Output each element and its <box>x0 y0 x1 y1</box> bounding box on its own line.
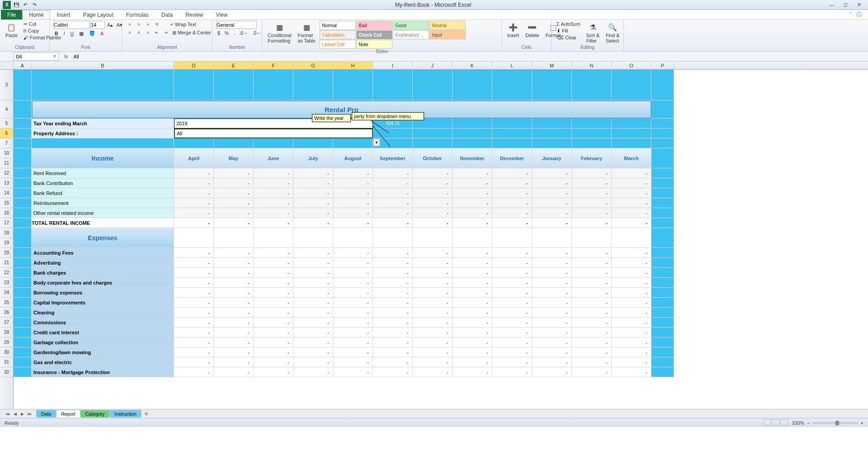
expense-cell[interactable]: - <box>453 318 492 328</box>
style-input[interactable]: Input <box>429 30 466 39</box>
font-size-select[interactable] <box>90 21 105 29</box>
conditional-formatting-button[interactable]: ▦Conditional Formatting <box>266 21 293 44</box>
expense-cell[interactable]: - <box>373 337 413 347</box>
expense-cell[interactable]: - <box>333 308 373 318</box>
income-cell[interactable]: - <box>572 188 612 198</box>
expense-cell[interactable]: - <box>174 268 214 278</box>
expense-cell[interactable]: - <box>492 268 532 278</box>
expense-cell[interactable]: - <box>453 347 492 357</box>
col-header-J[interactable]: J <box>413 62 453 69</box>
expense-header-blank[interactable] <box>413 228 453 248</box>
insert-cells-button[interactable]: ➕Insert <box>505 21 521 39</box>
expense-cell[interactable]: - <box>373 268 413 278</box>
expense-cell[interactable]: - <box>413 288 453 298</box>
income-cell[interactable]: - <box>453 178 492 188</box>
income-cell[interactable]: - <box>254 188 293 198</box>
income-cell[interactable]: - <box>333 198 373 208</box>
tab-review[interactable]: Review <box>179 10 209 19</box>
expense-cell[interactable]: - <box>333 288 373 298</box>
expense-cell[interactable]: - <box>532 357 572 367</box>
tab-page-layout[interactable]: Page Layout <box>76 10 119 19</box>
expense-cell[interactable]: - <box>453 258 492 268</box>
tab-home[interactable]: Home <box>22 10 50 19</box>
expense-cell[interactable]: - <box>254 268 293 278</box>
expense-row-1[interactable]: Advertising <box>32 258 174 268</box>
expense-cell[interactable]: - <box>254 308 293 318</box>
col-header-I[interactable]: I <box>373 62 413 69</box>
income-cell[interactable]: - <box>293 188 333 198</box>
orientation-icon[interactable]: ⟲ <box>153 21 161 28</box>
expense-cell[interactable]: - <box>453 268 492 278</box>
expense-cell[interactable]: - <box>333 318 373 328</box>
expense-cell[interactable]: - <box>532 308 572 318</box>
property-dropdown-button[interactable]: ▼ <box>373 138 380 147</box>
maximize-button[interactable]: ◻ <box>839 1 852 9</box>
income-cell[interactable]: - <box>333 168 373 178</box>
income-cell[interactable]: - <box>174 198 214 208</box>
row-header-29[interactable]: 29 <box>0 337 13 347</box>
expense-cell[interactable]: - <box>612 357 651 367</box>
expense-cell[interactable]: - <box>612 298 651 308</box>
expense-header-blank[interactable] <box>214 228 254 248</box>
expense-cell[interactable]: - <box>492 318 532 328</box>
autosum-button[interactable]: Σ AutoSum <box>555 21 582 27</box>
total-income-cell[interactable]: - <box>612 218 651 228</box>
expense-cell[interactable]: - <box>293 268 333 278</box>
expense-cell[interactable]: - <box>532 347 572 357</box>
expense-cell[interactable]: - <box>572 347 612 357</box>
expense-cell[interactable]: - <box>174 258 214 268</box>
style-normal[interactable]: Normal <box>320 21 356 30</box>
expense-cell[interactable]: - <box>453 298 492 308</box>
expense-cell[interactable]: - <box>532 268 572 278</box>
row-header-20[interactable]: 20 <box>0 248 13 258</box>
expense-cell[interactable]: - <box>612 288 651 298</box>
border-button[interactable]: ▦ <box>78 30 85 37</box>
save-icon[interactable]: 💾 <box>13 1 20 9</box>
align-center-icon[interactable]: ≡ <box>135 29 143 36</box>
expense-cell[interactable]: - <box>453 288 492 298</box>
expense-cell[interactable]: - <box>612 258 651 268</box>
expense-cell[interactable]: - <box>333 347 373 357</box>
minimize-ribbon-icon[interactable]: ˄ <box>849 12 852 18</box>
total-income-cell[interactable]: - <box>333 218 373 228</box>
col-header-A[interactable]: A <box>14 62 32 69</box>
row-header-14[interactable]: 14 <box>0 188 13 198</box>
property-label[interactable]: Property Address : <box>32 128 174 138</box>
col-header-E[interactable]: E <box>214 62 254 69</box>
expense-header-blank[interactable] <box>453 228 492 248</box>
income-row-1[interactable]: Bank Contribution <box>32 178 174 188</box>
expense-cell[interactable]: - <box>572 288 612 298</box>
expense-cell[interactable]: - <box>413 258 453 268</box>
expense-cell[interactable]: - <box>373 367 413 377</box>
expense-cell[interactable]: - <box>532 288 572 298</box>
income-cell[interactable]: - <box>413 208 453 218</box>
tab-view[interactable]: View <box>210 10 234 19</box>
grow-font-icon[interactable]: A▴ <box>106 21 114 29</box>
row-header-7[interactable]: 7 <box>0 138 13 148</box>
expense-cell[interactable]: - <box>293 328 333 337</box>
expense-cell[interactable]: - <box>214 328 254 337</box>
total-income-cell[interactable]: - <box>572 218 612 228</box>
fx-icon[interactable]: fx <box>61 54 72 59</box>
income-cell[interactable]: - <box>612 208 651 218</box>
clear-button[interactable]: ⌫ Clear <box>555 34 582 41</box>
redo-icon[interactable]: ↷ <box>31 1 38 9</box>
income-cell[interactable]: - <box>413 188 453 198</box>
row-header-18[interactable]: 18 <box>0 228 13 238</box>
expense-cell[interactable]: - <box>572 298 612 308</box>
expense-cell[interactable]: - <box>254 248 293 258</box>
increase-decimal-icon[interactable]: .0→ <box>238 30 249 36</box>
expense-cell[interactable]: - <box>612 328 651 337</box>
expense-cell[interactable]: - <box>572 328 612 337</box>
undo-icon[interactable]: ↶ <box>22 1 29 9</box>
income-cell[interactable]: - <box>532 178 572 188</box>
expense-cell[interactable]: - <box>492 337 532 347</box>
expense-cell[interactable]: - <box>532 337 572 347</box>
paste-button[interactable]: 📋Paste <box>4 21 19 39</box>
expense-cell[interactable]: - <box>612 318 651 328</box>
expense-row-11[interactable]: Gas and electric <box>32 357 174 367</box>
col-header-G[interactable]: G <box>293 62 333 69</box>
number-format-select[interactable] <box>216 21 257 29</box>
expense-cell[interactable]: - <box>373 298 413 308</box>
income-cell[interactable]: - <box>453 168 492 178</box>
